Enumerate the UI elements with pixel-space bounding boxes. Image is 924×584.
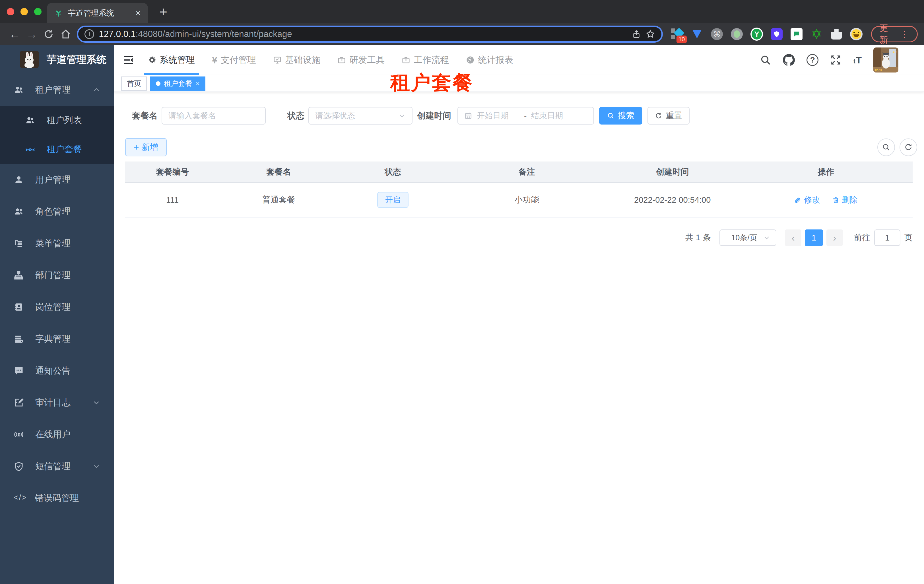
sidebar-item-dict-management[interactable]: 字典管理: [0, 323, 114, 355]
next-page-button[interactable]: ›: [827, 229, 843, 246]
chevron-down-icon: [763, 234, 770, 241]
address-bar[interactable]: i 127.0.0.1:48080/admin-ui/system/tenant…: [77, 26, 663, 43]
add-button[interactable]: + 新增: [125, 138, 167, 156]
minimize-window-button[interactable]: [20, 8, 28, 15]
table-search-toggle-button[interactable]: [877, 138, 895, 156]
table-refresh-button[interactable]: [899, 138, 917, 156]
extension-icons: 10 ⌘ Y ✡: [671, 28, 863, 40]
main-area: 系统管理 ¥ 支付管理 基础设施 研发工具: [114, 45, 924, 584]
status-badge[interactable]: 开启: [377, 192, 409, 208]
maximize-window-button[interactable]: [34, 8, 41, 15]
share-icon[interactable]: [632, 30, 641, 39]
close-window-button[interactable]: [7, 8, 14, 15]
chrome-update-button[interactable]: 更新 ⋮: [871, 26, 918, 42]
help-icon[interactable]: ?: [807, 54, 818, 66]
reset-button[interactable]: 重置: [647, 107, 690, 125]
chevron-down-icon: [93, 399, 100, 406]
browser-titlebar: 芋道管理系统 × +: [0, 0, 924, 23]
extension-smiley-icon[interactable]: [850, 28, 863, 40]
extension-chat-icon[interactable]: [790, 28, 803, 40]
sidebar-item-label: 租户管理: [35, 84, 71, 96]
extension-gray-dot-icon[interactable]: [731, 28, 743, 40]
extension-dock-icon[interactable]: 10: [671, 28, 683, 40]
app-frame: 芋道管理系统 租户管理 租户列表: [0, 45, 924, 584]
yen-icon: ¥: [212, 54, 217, 66]
top-menu-reports[interactable]: 统计报表: [459, 45, 520, 75]
date-separator: -: [524, 111, 526, 120]
forward-button[interactable]: →: [23, 28, 40, 40]
extension-star-icon[interactable]: ✡: [810, 28, 823, 40]
top-menu-infrastructure[interactable]: 基础设施: [266, 45, 327, 75]
goto-label: 前往: [854, 232, 870, 243]
filter-date-range[interactable]: -: [457, 107, 594, 125]
fullscreen-icon[interactable]: [830, 54, 842, 66]
sidebar-item-tenant-list[interactable]: 租户列表: [0, 106, 114, 135]
extension-gem-icon[interactable]: [691, 28, 703, 40]
package-table: 套餐编号 套餐名 状态 备注 创建时间 操作 111 普通套餐 开启: [125, 161, 912, 217]
extension-y-icon[interactable]: Y: [751, 28, 763, 40]
tag-tenant-package[interactable]: 租户套餐 ×: [150, 76, 205, 91]
search-icon[interactable]: [760, 54, 771, 66]
top-menu-workflow[interactable]: 工作流程: [395, 45, 456, 75]
tag-home[interactable]: 首页: [121, 76, 147, 91]
goto-page-input[interactable]: [874, 229, 900, 246]
top-menu-dev-tools[interactable]: 研发工具: [330, 45, 391, 75]
browser-menu-icon[interactable]: ⋮: [900, 29, 909, 39]
date-end-input: [531, 111, 574, 120]
sidebar-item-sms-management[interactable]: 短信管理: [0, 451, 114, 482]
sidebar-item-audit-log[interactable]: 审计日志: [0, 387, 114, 418]
sidebar-item-label: 部门管理: [35, 269, 71, 281]
sidebar: 芋道管理系统 租户管理 租户列表: [0, 45, 114, 584]
font-size-icon[interactable]: tT: [853, 54, 862, 66]
back-button[interactable]: ←: [6, 28, 23, 40]
extension-shield-icon[interactable]: [771, 28, 783, 40]
prev-page-button[interactable]: ‹: [785, 229, 801, 246]
browser-tab[interactable]: 芋道管理系统 ×: [47, 3, 148, 23]
header-actions: 操作: [739, 161, 912, 183]
bookmark-star-icon[interactable]: [645, 29, 655, 39]
sms-shield-icon: [14, 461, 24, 471]
home-button[interactable]: [57, 29, 74, 39]
github-icon[interactable]: [783, 54, 795, 66]
tag-close-icon[interactable]: ×: [196, 80, 200, 87]
reload-button[interactable]: [40, 29, 57, 39]
sidebar-item-department-management[interactable]: 部门管理: [0, 259, 114, 291]
sidebar-item-notice[interactable]: 通知公告: [0, 355, 114, 387]
delete-link[interactable]: 删除: [832, 194, 858, 205]
tab-close-icon[interactable]: ×: [135, 9, 140, 17]
new-tab-button[interactable]: +: [159, 5, 167, 19]
edit-link[interactable]: 修改: [794, 194, 820, 205]
top-menu-system[interactable]: 系统管理: [141, 45, 202, 75]
user-avatar[interactable]: 0:70 49: [873, 48, 898, 72]
sidebar-item-tenant-package[interactable]: 租户套餐: [0, 135, 114, 164]
top-menu-payment[interactable]: ¥ 支付管理: [205, 45, 263, 75]
sidebar-item-tenant-management[interactable]: 租户管理: [0, 74, 114, 106]
toolbox-icon: [337, 56, 346, 64]
sidebar-item-error-code[interactable]: </> 错误码管理: [0, 482, 114, 514]
page-size-select[interactable]: 10条/页: [719, 229, 776, 246]
app-title: 芋道管理系统: [47, 53, 106, 66]
filter-name-input[interactable]: [162, 107, 266, 125]
search-button[interactable]: 搜索: [599, 107, 642, 125]
filter-status-label: 状态: [287, 110, 304, 122]
current-page-button[interactable]: 1: [805, 229, 823, 246]
menu-tree-icon: [14, 238, 24, 248]
top-menu-label: 支付管理: [221, 54, 256, 66]
extension-command-icon[interactable]: ⌘: [711, 28, 723, 40]
sidebar-logo[interactable]: 芋道管理系统: [0, 45, 114, 74]
site-info-icon[interactable]: i: [84, 29, 94, 39]
extension-puzzle-icon[interactable]: [830, 28, 843, 40]
filter-status-select[interactable]: [309, 107, 412, 125]
sidebar-menu: 租户管理 租户列表: [0, 74, 114, 514]
sidebar-collapse-icon[interactable]: [123, 55, 134, 65]
sidebar-item-user-management[interactable]: 用户管理: [0, 164, 114, 196]
sidebar-item-post-management[interactable]: 岗位管理: [0, 291, 114, 323]
chevron-down-icon: [398, 112, 406, 119]
table-row: 111 普通套餐 开启 小功能 2022-02-22 00:54:00 修改: [125, 183, 912, 217]
header-created-time: 创建时间: [606, 161, 739, 183]
sidebar-item-role-management[interactable]: 角色管理: [0, 196, 114, 227]
sidebar-item-online-users[interactable]: 在线用户: [0, 418, 114, 451]
sidebar-item-label: 在线用户: [35, 428, 71, 441]
error-code-icon: </>: [14, 493, 27, 503]
sidebar-item-menu-management[interactable]: 菜单管理: [0, 227, 114, 259]
